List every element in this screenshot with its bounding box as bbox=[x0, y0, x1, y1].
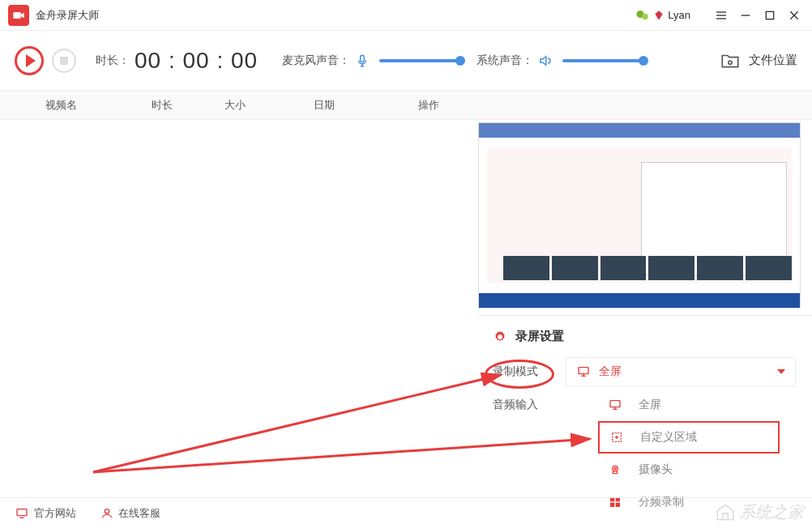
svg-rect-12 bbox=[579, 368, 588, 374]
table-header: 视频名 时长 大小 日期 操作 bbox=[0, 91, 812, 120]
duration-time: 00 : 00 : 00 bbox=[135, 48, 258, 74]
duration-label: 时长： bbox=[96, 53, 130, 68]
selection-icon bbox=[609, 431, 624, 444]
svg-point-31 bbox=[105, 509, 109, 513]
preview-area bbox=[478, 122, 801, 309]
app-title: 金舟录屏大师 bbox=[36, 8, 99, 23]
mode-label: 录制模式 bbox=[493, 364, 566, 379]
camera-icon bbox=[608, 463, 622, 476]
online-service-link[interactable]: 在线客服 bbox=[100, 506, 160, 521]
user-info[interactable]: Lyan bbox=[635, 8, 690, 23]
mic-label: 麦克风声音： bbox=[282, 53, 350, 68]
file-location-label: 文件位置 bbox=[749, 53, 797, 68]
menu-button[interactable] bbox=[712, 6, 731, 25]
record-button[interactable] bbox=[15, 46, 44, 75]
monitor-icon bbox=[576, 365, 591, 378]
system-slider[interactable] bbox=[562, 59, 643, 62]
gear-icon bbox=[493, 330, 507, 344]
chevron-down-icon bbox=[777, 369, 785, 374]
diamond-icon bbox=[653, 10, 665, 21]
svg-rect-7 bbox=[766, 11, 773, 19]
monitor-icon bbox=[15, 507, 29, 520]
mode-dropdown[interactable]: 全屏 bbox=[566, 357, 796, 386]
option-camera[interactable]: 摄像头 bbox=[598, 453, 780, 486]
file-location-button[interactable]: 文件位置 bbox=[718, 50, 797, 71]
folder-icon bbox=[718, 50, 742, 71]
wechat-icon bbox=[635, 8, 650, 23]
recording-list bbox=[0, 120, 477, 497]
svg-rect-15 bbox=[610, 401, 620, 407]
monitor-icon bbox=[608, 398, 622, 411]
svg-point-22 bbox=[614, 467, 617, 470]
th-date: 日期 bbox=[267, 98, 381, 113]
svg-rect-0 bbox=[13, 12, 20, 19]
microphone-icon[interactable] bbox=[355, 53, 370, 68]
svg-rect-29 bbox=[17, 509, 27, 515]
settings-title: 录屏设置 bbox=[515, 329, 564, 344]
th-size: 大小 bbox=[203, 98, 267, 113]
option-custom-area[interactable]: 自定义区域 bbox=[598, 421, 780, 453]
audio-input-label: 音频输入 bbox=[493, 398, 566, 412]
th-duration: 时长 bbox=[122, 98, 203, 113]
stop-button[interactable] bbox=[52, 49, 76, 73]
app-logo bbox=[8, 5, 29, 26]
mode-selected: 全屏 bbox=[599, 364, 777, 379]
speaker-icon[interactable] bbox=[538, 53, 553, 68]
svg-point-2 bbox=[643, 13, 649, 19]
support-icon bbox=[100, 507, 113, 520]
th-action: 操作 bbox=[381, 98, 477, 113]
th-name: 视频名 bbox=[0, 98, 122, 113]
mic-slider[interactable] bbox=[379, 59, 460, 62]
close-button[interactable] bbox=[784, 6, 804, 25]
username: Lyan bbox=[668, 9, 690, 21]
svg-rect-10 bbox=[361, 55, 365, 62]
minimize-button[interactable] bbox=[736, 6, 755, 25]
official-site-link[interactable]: 官方网站 bbox=[15, 506, 76, 521]
maximize-button[interactable] bbox=[760, 6, 780, 25]
svg-point-21 bbox=[613, 466, 618, 471]
option-fullscreen[interactable]: 全屏 bbox=[598, 389, 780, 421]
svg-point-11 bbox=[729, 61, 732, 64]
system-audio-label: 系统声音： bbox=[477, 53, 533, 68]
